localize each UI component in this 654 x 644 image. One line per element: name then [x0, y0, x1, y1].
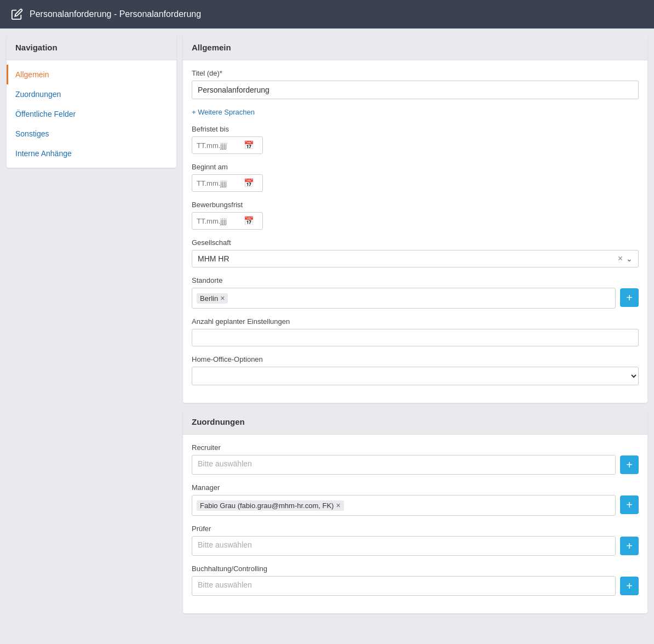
sidebar-heading: Navigation: [7, 35, 176, 60]
bewerbungsfrist-calendar-icon[interactable]: 📅: [244, 216, 254, 226]
gesellschaft-label: Gesellschaft: [192, 238, 639, 247]
manager-tag-remove[interactable]: ×: [336, 501, 340, 509]
titel-input[interactable]: [192, 81, 639, 99]
main-layout: Navigation Allgemein Zuordnungen Öffentl…: [0, 29, 654, 620]
home-office-label: Home-Office-Optionen: [192, 355, 639, 363]
sidebar-item-oeffentliche-felder[interactable]: Öffentliche Felder: [7, 104, 176, 124]
recruiter-group: Recruiter Bitte auswählen +: [192, 443, 639, 475]
sidebar-item-sonstiges[interactable]: Sonstiges: [7, 124, 176, 144]
recruiter-field-row: Bitte auswählen +: [192, 455, 639, 475]
manager-tags-wrapper: Fabio Grau (fabio.grau@mhm-hr.com, FK) ×: [192, 495, 616, 516]
buchhaltung-label: Buchhaltung/Controlling: [192, 565, 639, 573]
pruefer-label: Prüfer: [192, 525, 639, 533]
bewerbungsfrist-date-wrapper: 📅: [192, 212, 263, 230]
app-header: Personalanforderung - Personalanforderun…: [0, 0, 654, 29]
page-title: Personalanforderung - Personalanforderun…: [30, 9, 201, 19]
standorte-tag-remove[interactable]: ×: [220, 294, 225, 302]
gesellschaft-value: MHM HR: [198, 254, 618, 263]
add-languages-link[interactable]: + Weitere Sprachen: [192, 108, 639, 116]
home-office-select[interactable]: [192, 367, 639, 385]
sidebar-item-interne-anhaenge[interactable]: Interne Anhänge: [7, 144, 176, 163]
manager-group: Manager Fabio Grau (fabio.grau@mhm-hr.co…: [192, 483, 639, 516]
befristet-input[interactable]: [197, 141, 240, 150]
buchhaltung-add-button[interactable]: +: [620, 577, 639, 595]
recruiter-add-button[interactable]: +: [620, 455, 639, 474]
buchhaltung-placeholder[interactable]: Bitte auswählen: [192, 576, 616, 596]
bewerbungsfrist-input[interactable]: [197, 217, 240, 225]
anzahl-label: Anzahl geplanter Einstellungen: [192, 317, 639, 326]
content-area: Allgemein Titel (de)* + Weitere Sprachen…: [183, 35, 647, 613]
standorte-tag-berlin: Berlin ×: [197, 293, 228, 304]
home-office-group: Home-Office-Optionen: [192, 355, 639, 385]
allgemein-heading: Allgemein: [183, 35, 647, 60]
sidebar: Navigation Allgemein Zuordnungen Öffentl…: [7, 35, 176, 168]
standorte-label: Standorte: [192, 276, 639, 284]
manager-field-row: Fabio Grau (fabio.grau@mhm-hr.com, FK) ×…: [192, 495, 639, 516]
standorte-tags-wrapper: Berlin ×: [192, 288, 616, 309]
gesellschaft-select-wrapper: MHM HR × ⌄: [192, 250, 639, 267]
sidebar-item-allgemein[interactable]: Allgemein: [7, 65, 176, 84]
manager-add-button[interactable]: +: [620, 495, 639, 514]
sidebar-item-zuordnungen[interactable]: Zuordnungen: [7, 84, 176, 104]
standorte-group: Standorte Berlin × +: [192, 276, 639, 309]
anzahl-input[interactable]: [192, 329, 639, 346]
befristet-calendar-icon[interactable]: 📅: [244, 140, 254, 150]
anzahl-group: Anzahl geplanter Einstellungen: [192, 317, 639, 346]
bewerbungsfrist-group: Bewerbungsfrist 📅: [192, 201, 639, 230]
titel-group: Titel (de)*: [192, 69, 639, 99]
pruefer-group: Prüfer Bitte auswählen +: [192, 525, 639, 556]
manager-tag-fabio: Fabio Grau (fabio.grau@mhm-hr.com, FK) ×: [197, 500, 344, 511]
recruiter-label: Recruiter: [192, 443, 639, 452]
gesellschaft-clear-icon[interactable]: ×: [618, 254, 623, 263]
pruefer-placeholder[interactable]: Bitte auswählen: [192, 536, 616, 556]
bewerbungsfrist-label: Bewerbungsfrist: [192, 201, 639, 209]
sidebar-nav: Allgemein Zuordnungen Öffentliche Felder…: [7, 60, 176, 168]
zuordnungen-body: Recruiter Bitte auswählen + Manager Fabi…: [183, 435, 647, 613]
buchhaltung-field-row: Bitte auswählen +: [192, 576, 639, 596]
titel-label: Titel (de)*: [192, 69, 639, 77]
befristet-group: Befristet bis 📅: [192, 125, 639, 154]
zuordnungen-section: Zuordnungen Recruiter Bitte auswählen + …: [183, 409, 647, 613]
pruefer-field-row: Bitte auswählen +: [192, 536, 639, 556]
allgemein-body: Titel (de)* + Weitere Sprachen Befristet…: [183, 60, 647, 403]
gesellschaft-chevron-icon[interactable]: ⌄: [626, 254, 633, 263]
manager-label: Manager: [192, 483, 639, 492]
standorte-add-button[interactable]: +: [620, 288, 639, 307]
befristet-date-wrapper: 📅: [192, 136, 263, 154]
beginnt-label: Beginnt am: [192, 163, 639, 171]
beginnt-input[interactable]: [197, 179, 240, 187]
buchhaltung-group: Buchhaltung/Controlling Bitte auswählen …: [192, 565, 639, 596]
recruiter-placeholder[interactable]: Bitte auswählen: [192, 455, 616, 475]
edit-icon: [11, 8, 23, 20]
zuordnungen-heading: Zuordnungen: [183, 409, 647, 435]
beginnt-date-wrapper: 📅: [192, 174, 263, 192]
beginnt-group: Beginnt am 📅: [192, 163, 639, 192]
allgemein-section: Allgemein Titel (de)* + Weitere Sprachen…: [183, 35, 647, 403]
gesellschaft-actions: × ⌄: [618, 254, 633, 263]
beginnt-calendar-icon[interactable]: 📅: [244, 178, 254, 188]
pruefer-add-button[interactable]: +: [620, 537, 639, 555]
standorte-field-row: Berlin × +: [192, 288, 639, 309]
befristet-label: Befristet bis: [192, 125, 639, 133]
gesellschaft-group: Gesellschaft MHM HR × ⌄: [192, 238, 639, 267]
